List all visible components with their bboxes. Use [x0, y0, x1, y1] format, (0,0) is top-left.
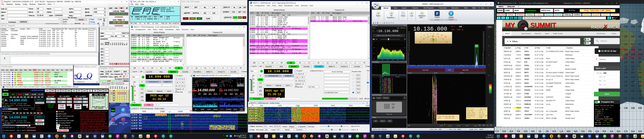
svg-text:40: 40 [134, 90, 136, 92]
svg-text:60: 60 [253, 78, 254, 80]
svg-text:20: 20 [253, 86, 254, 87]
svg-text:60: 60 [134, 86, 136, 87]
svg-text:80: 80 [134, 81, 136, 83]
svg-text:20: 20 [134, 94, 136, 96]
svg-text:80: 80 [253, 75, 254, 76]
svg-text:40: 40 [253, 82, 254, 84]
